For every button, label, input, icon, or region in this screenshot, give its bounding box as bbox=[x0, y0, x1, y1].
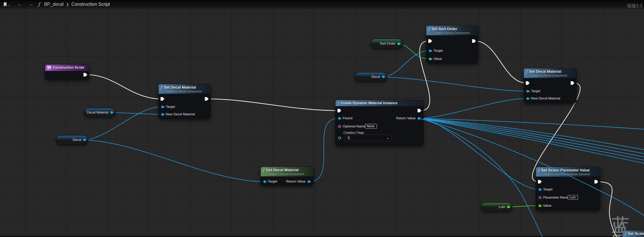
target-pin[interactable] bbox=[161, 106, 164, 108]
node-header: ƒ Set Decal Material Target is Decal Com… bbox=[524, 68, 576, 78]
target-pin[interactable] bbox=[429, 49, 432, 52]
exec-out-pin[interactable] bbox=[205, 97, 208, 101]
data-wire bbox=[309, 118, 338, 182]
function-icon: ƒ bbox=[526, 69, 527, 74]
output-pin[interactable] bbox=[110, 111, 113, 114]
exec-in-pin[interactable] bbox=[526, 81, 530, 85]
node-set-decal-material[interactable]: ƒ Set Decal Material Target is Decal Com… bbox=[158, 84, 210, 118]
creation-flags-pin[interactable] bbox=[338, 137, 341, 139]
return-value-pin[interactable] bbox=[418, 117, 420, 120]
pin-label: Optional Name bbox=[343, 124, 365, 128]
pin-label: Return Value bbox=[286, 180, 306, 184]
data-wire bbox=[110, 113, 162, 114]
pin-label: Target bbox=[531, 89, 540, 93]
data-wire bbox=[419, 118, 644, 160]
optional-name-pin[interactable] bbox=[338, 125, 341, 128]
parameter-name-pin[interactable] bbox=[538, 196, 541, 199]
node-construction-script[interactable]: Construction Script bbox=[45, 65, 89, 79]
data-wire bbox=[419, 118, 644, 157]
variable-sort-order[interactable]: Sort Order bbox=[371, 39, 402, 48]
data-wire bbox=[419, 118, 644, 154]
node-get-decal-material[interactable]: ƒ Get Decal Material Target is Decal Com… bbox=[261, 167, 313, 185]
data-wire bbox=[419, 118, 644, 163]
target-pin[interactable] bbox=[263, 180, 266, 183]
exec-in-pin[interactable] bbox=[338, 109, 341, 112]
exec-out-pin[interactable] bbox=[472, 39, 476, 43]
pin-label: Value bbox=[434, 57, 442, 61]
pin-label: New Decal Material bbox=[531, 96, 560, 100]
output-pin[interactable] bbox=[83, 139, 86, 141]
function-icon: ƒ bbox=[624, 232, 626, 236]
node-set-sort-order[interactable]: ƒ Set Sort Order Target is Decal Compone… bbox=[426, 26, 478, 63]
variable-label: Decal bbox=[73, 138, 81, 142]
node-subtitle: Target is Decal Component bbox=[531, 74, 574, 77]
breadcrumb-graph[interactable]: Construction Script bbox=[72, 1, 110, 7]
exec-in-pin[interactable] bbox=[538, 180, 542, 184]
return-value-pin[interactable] bbox=[308, 180, 310, 183]
value-pin[interactable] bbox=[538, 205, 541, 207]
forward-button[interactable]: → bbox=[28, 1, 34, 7]
pin-label: Return Value bbox=[396, 116, 416, 120]
pin-label: Parent bbox=[342, 116, 352, 120]
node-title: Set Scalar Parameter Value bbox=[541, 168, 590, 172]
dropdown-value: 无 bbox=[347, 136, 350, 140]
value-pin[interactable] bbox=[429, 58, 432, 60]
node-set-scalar-partial[interactable]: ƒ Set Scala bbox=[622, 231, 644, 237]
exec-out-pin[interactable] bbox=[84, 73, 87, 76]
event-node-icon bbox=[47, 66, 51, 69]
exec-out-pin[interactable] bbox=[418, 109, 421, 112]
variable-decal-material[interactable]: Decal Material bbox=[84, 108, 116, 117]
data-wire bbox=[419, 118, 539, 190]
new-decal-material-pin[interactable] bbox=[161, 113, 164, 116]
target-pin[interactable] bbox=[538, 188, 541, 191]
data-wire bbox=[419, 118, 644, 129]
node-subtitle: Target is Decal Component bbox=[268, 172, 311, 176]
node-title: Set Scala bbox=[628, 232, 644, 236]
variable-decal[interactable]: Decal bbox=[56, 135, 88, 144]
data-wire bbox=[419, 98, 526, 118]
exec-out-pin[interactable] bbox=[594, 180, 598, 184]
breadcrumb-separator-icon: ❯ bbox=[66, 2, 69, 6]
target-pin[interactable] bbox=[526, 90, 529, 93]
variable-decal-2[interactable]: Decal bbox=[355, 72, 387, 81]
variable-lum[interactable]: Lum bbox=[481, 203, 512, 212]
bookmark-icon bbox=[3, 2, 7, 7]
breadcrumb-blueprint[interactable]: BP_decal bbox=[44, 1, 64, 7]
exec-in-pin[interactable] bbox=[160, 97, 164, 101]
optional-name-input[interactable]: None bbox=[365, 124, 377, 129]
parameter-name-input[interactable]: Lum bbox=[568, 195, 578, 200]
variable-label: Lum bbox=[499, 205, 505, 209]
bookmarks-button[interactable]: ⌄ bbox=[3, 2, 10, 7]
chevron-down-icon: ⌄ bbox=[386, 136, 390, 140]
output-pin[interactable] bbox=[507, 206, 510, 208]
pin-label: Target bbox=[268, 180, 277, 184]
new-decal-material-pin[interactable] bbox=[526, 97, 529, 100]
node-set-scalar-parameter-value[interactable]: ƒ Set Scalar Parameter Value Target is M… bbox=[536, 167, 600, 210]
exec-in-pin[interactable] bbox=[428, 39, 432, 43]
node-subtitle: Target is Material Instance Dynamic bbox=[543, 172, 598, 176]
output-pin[interactable] bbox=[397, 42, 400, 45]
node-set-decal-material-2[interactable]: ƒ Set Decal Material Target is Decal Com… bbox=[524, 68, 576, 103]
node-subtitle: Target is Decal Component bbox=[166, 90, 208, 93]
pin-label: Value bbox=[543, 204, 552, 208]
pin-label: Target bbox=[166, 105, 175, 109]
node-title: Get Decal Material bbox=[266, 168, 298, 172]
function-icon: ƒ bbox=[428, 27, 430, 31]
variable-label: Sort Order bbox=[380, 42, 396, 45]
pin-label: New Decal Material bbox=[166, 112, 195, 116]
node-title: Set Decal Material bbox=[164, 85, 196, 90]
data-wire bbox=[419, 118, 546, 237]
breadcrumb: ƒ BP_decal ❯ Construction Script bbox=[38, 1, 110, 7]
creation-flags-dropdown[interactable]: 无 ⌄ bbox=[345, 135, 392, 141]
node-create-dynamic-material-instance[interactable]: ƒ Create Dynamic Material Instance Paren… bbox=[336, 100, 423, 145]
blueprint-graph-canvas[interactable]: 蓝图 Construction Scr bbox=[0, 0, 644, 237]
function-icon: ƒ bbox=[338, 101, 339, 105]
variable-label: Decal Material bbox=[87, 111, 108, 115]
pin-label: Parameter Name bbox=[543, 196, 569, 200]
arrow-right-icon: → bbox=[28, 1, 34, 7]
parent-pin[interactable] bbox=[338, 117, 341, 120]
output-pin[interactable] bbox=[382, 75, 384, 78]
exec-out-pin[interactable] bbox=[571, 81, 574, 85]
back-button[interactable]: ← bbox=[17, 1, 22, 7]
function-icon: ƒ bbox=[38, 2, 40, 7]
